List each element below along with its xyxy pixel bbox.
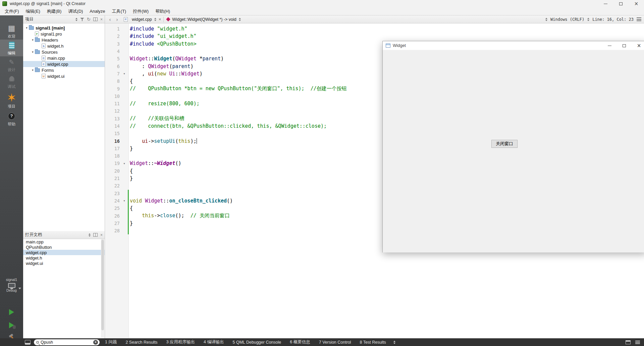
widget-window-title: Widget bbox=[393, 43, 406, 48]
widget-maximize-button[interactable] bbox=[617, 41, 632, 50]
open-documents-scrollbar[interactable] bbox=[101, 239, 104, 338]
mode-label: 项目 bbox=[8, 104, 15, 109]
mode-design[interactable]: 设计 bbox=[0, 56, 23, 73]
mode-welcome[interactable]: 欢迎 bbox=[0, 23, 23, 40]
filter-icon[interactable] bbox=[80, 17, 84, 21]
close-document-icon[interactable]: × bbox=[159, 17, 161, 22]
fold-marker[interactable]: ▾ bbox=[120, 72, 129, 75]
menu-item[interactable]: Analyze bbox=[86, 8, 108, 15]
mode-projects[interactable]: 项目 bbox=[0, 90, 23, 111]
widget-minimize-button[interactable] bbox=[602, 41, 617, 50]
menu-item[interactable]: 工具(T) bbox=[109, 7, 130, 15]
design-mode-icon bbox=[6, 57, 17, 67]
kit-selector[interactable]: signal1 Debug bbox=[0, 278, 23, 292]
projects-mode-icon bbox=[6, 92, 17, 103]
pane-selector-icon[interactable] bbox=[89, 232, 91, 238]
sync-with-editor-icon[interactable]: ↻ bbox=[87, 17, 91, 21]
back-button[interactable]: ‹ bbox=[108, 17, 112, 22]
tree-item[interactable]: Psignal1.pro bbox=[23, 31, 105, 37]
document-dropdown-icon[interactable] bbox=[154, 17, 156, 22]
open-document-item[interactable]: main.cpp bbox=[23, 239, 105, 244]
expander-icon[interactable]: ▾ bbox=[31, 38, 35, 42]
debug-run-button[interactable] bbox=[0, 321, 23, 330]
expander-icon[interactable]: ▾ bbox=[31, 50, 35, 54]
clear-search-icon[interactable]: × bbox=[93, 340, 98, 345]
menu-item[interactable]: 调试(D) bbox=[65, 7, 86, 15]
output-pane-tab[interactable]: 3 应用程序输出 bbox=[166, 339, 195, 345]
menu-item[interactable]: 控件(W) bbox=[129, 7, 152, 15]
widget-window-titlebar[interactable]: Widget × bbox=[383, 41, 644, 50]
build-progress-icon[interactable] bbox=[626, 340, 631, 344]
menu-item[interactable]: 编辑(E) bbox=[22, 7, 44, 15]
widget-close-button[interactable]: × bbox=[632, 41, 644, 50]
menu-item[interactable]: 帮助(H) bbox=[152, 7, 173, 15]
run-button[interactable] bbox=[0, 308, 23, 316]
tree-item[interactable]: Cmain.cpp bbox=[23, 55, 105, 61]
open-document-item[interactable]: widget.cpp bbox=[23, 250, 105, 255]
split-pane-icon[interactable] bbox=[93, 233, 98, 237]
code-text: } bbox=[129, 175, 133, 181]
tree-item-label: Headers bbox=[42, 38, 58, 43]
output-pane-arrows-icon[interactable] bbox=[393, 340, 395, 345]
code-line[interactable]: 2#include "ui_widget.h" bbox=[105, 33, 644, 40]
symbol-dropdown-icon[interactable] bbox=[239, 17, 241, 22]
tree-item[interactable]: ▾Sources bbox=[23, 49, 105, 55]
menu-item[interactable]: 文件(F) bbox=[1, 7, 22, 15]
expander-icon[interactable]: ▾ bbox=[24, 26, 29, 30]
output-pane-tab[interactable]: 6 概要信息 bbox=[290, 339, 310, 345]
search-input[interactable] bbox=[41, 340, 92, 345]
code-line[interactable]: 1#include "widget.h" bbox=[105, 25, 644, 33]
line-ending-indicator[interactable]: Windows (CRLF) bbox=[550, 17, 584, 22]
close-pane-icon[interactable]: × bbox=[100, 17, 103, 21]
mode-edit[interactable]: 编辑 bbox=[0, 40, 23, 56]
cursor-position-indicator[interactable]: Line: 16, Col: 23 bbox=[592, 17, 634, 22]
symbol-breadcrumb[interactable]: Widget::Widget(QWidget *) -> void bbox=[172, 17, 236, 22]
output-pane-tab[interactable]: 1 问题 bbox=[105, 339, 117, 345]
locator-search[interactable]: × bbox=[34, 339, 100, 345]
line-number: 8 bbox=[105, 78, 120, 84]
maximize-button[interactable] bbox=[613, 0, 629, 7]
output-pane-tab[interactable]: 4 编译输出 bbox=[204, 339, 224, 345]
line-number: 10 bbox=[105, 94, 120, 99]
output-pane-tab[interactable]: 8 Test Results bbox=[360, 340, 386, 345]
tree-item[interactable]: Uwidget.ui bbox=[23, 73, 105, 79]
menu-item[interactable]: 构建(B) bbox=[44, 7, 65, 15]
cursor-dropdown-icon[interactable] bbox=[587, 17, 589, 22]
close-pane-icon[interactable]: × bbox=[100, 233, 103, 237]
tree-item[interactable]: Cwidget.cpp bbox=[23, 61, 105, 67]
close-window-button[interactable]: 关闭窗口 bbox=[491, 140, 518, 148]
mode-help[interactable]: 帮助 bbox=[0, 111, 23, 127]
forward-button[interactable]: › bbox=[115, 17, 119, 22]
split-pane-icon[interactable] bbox=[93, 17, 98, 21]
output-pane-tab[interactable]: 5 QML Debugger Console bbox=[233, 340, 281, 345]
fold-marker[interactable]: ▾ bbox=[120, 162, 129, 165]
editor-file-tab[interactable]: widget.cpp bbox=[132, 17, 152, 22]
mode-label: 编辑 bbox=[8, 51, 15, 56]
tree-item[interactable]: ▾signal1 [main] bbox=[23, 25, 105, 31]
code-text: } bbox=[129, 146, 133, 152]
output-pane-tab[interactable]: 7 Version Control bbox=[319, 340, 351, 345]
open-document-item[interactable]: QPushButton bbox=[23, 244, 105, 250]
monitor-icon bbox=[8, 283, 15, 288]
mode-debug[interactable]: 调试 bbox=[0, 73, 23, 90]
fold-marker[interactable]: ▾ bbox=[120, 199, 129, 203]
folder-icon bbox=[29, 26, 34, 30]
open-document-item[interactable]: widget.ui bbox=[23, 261, 105, 266]
line-number: 15 bbox=[105, 131, 120, 136]
output-pane-tab[interactable]: 2 Search Results bbox=[125, 340, 157, 345]
tree-item[interactable]: hwidget.h bbox=[23, 43, 105, 49]
minimize-icon bbox=[608, 46, 611, 46]
tree-item[interactable]: ▾Forms bbox=[23, 67, 105, 73]
open-document-item[interactable]: widget.h bbox=[23, 255, 105, 261]
cpp-file-icon: C bbox=[124, 17, 128, 22]
tree-item[interactable]: ▾Headers bbox=[23, 37, 105, 43]
code-text: // QPushButton *btn = new QPushButton("关… bbox=[129, 85, 347, 92]
minimize-button[interactable] bbox=[598, 0, 613, 7]
expander-icon[interactable]: ▾ bbox=[31, 68, 35, 72]
panel-menu-icon[interactable] bbox=[635, 341, 640, 344]
line-ending-dropdown-icon[interactable] bbox=[545, 17, 547, 22]
output-pane-toggle-button[interactable] bbox=[25, 340, 31, 345]
editor-menu-icon[interactable] bbox=[637, 17, 641, 21]
pane-selector-icon[interactable] bbox=[75, 17, 77, 22]
close-button[interactable]: × bbox=[629, 0, 644, 7]
